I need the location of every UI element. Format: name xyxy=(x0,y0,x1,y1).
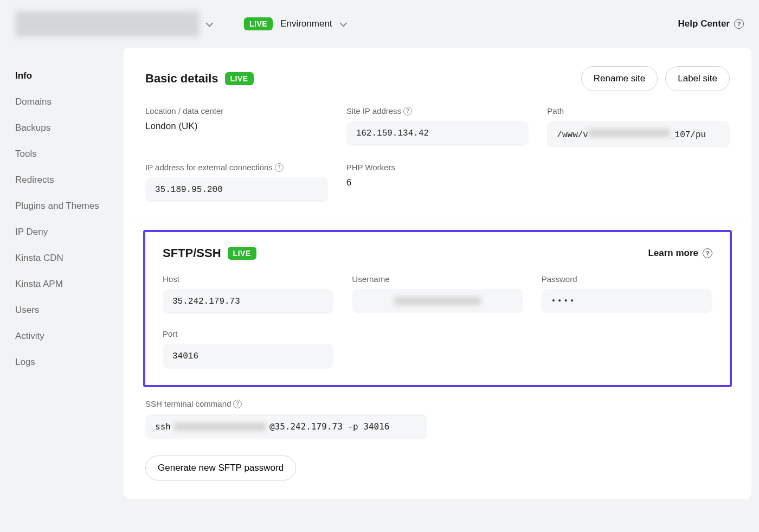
help-center-link[interactable]: Help Center ? xyxy=(678,18,744,29)
live-badge: LIVE xyxy=(244,17,273,30)
info-icon[interactable]: ? xyxy=(403,107,412,116)
host-value[interactable]: 35.242.179.73 xyxy=(163,289,333,314)
sftp-title: SFTP/SSH xyxy=(163,246,221,260)
sftp-highlight: SFTP/SSH LIVE Learn more ? Host 35.242.1… xyxy=(143,230,732,387)
username-value[interactable] xyxy=(352,289,523,313)
environment-selector[interactable]: LIVE Environment xyxy=(244,17,345,30)
external-ip-field: IP address for external connections ? 35… xyxy=(145,163,328,202)
path-label: Path xyxy=(547,106,730,116)
host-field: Host 35.242.179.73 xyxy=(163,274,333,314)
path-redacted xyxy=(588,129,670,137)
port-label: Port xyxy=(163,329,333,338)
chevron-down-icon xyxy=(205,20,213,27)
sidebar-item-info[interactable]: Info xyxy=(15,63,108,89)
chevron-down-icon xyxy=(339,20,347,27)
sidebar-item-tools[interactable]: Tools xyxy=(15,141,108,167)
sidebar-item-domains[interactable]: Domains xyxy=(15,89,108,115)
label-site-button[interactable]: Label site xyxy=(665,66,730,91)
help-icon: ? xyxy=(734,19,744,29)
sidebar-item-users[interactable]: Users xyxy=(15,297,108,323)
external-ip-label: IP address for external connections ? xyxy=(145,163,328,172)
sidebar-item-logs[interactable]: Logs xyxy=(15,349,108,375)
sidebar-item-redirects[interactable]: Redirects xyxy=(15,167,108,193)
sidebar-item-plugins-themes[interactable]: Plugins and Themes xyxy=(15,193,108,219)
basic-details-title: Basic details xyxy=(145,72,218,86)
info-icon[interactable]: ? xyxy=(275,163,284,172)
basic-details-panel: Basic details LIVE Rename site Label sit… xyxy=(124,48,751,221)
php-workers-label: PHP Workers xyxy=(346,163,529,172)
site-ip-value[interactable]: 162.159.134.42 xyxy=(346,121,529,146)
ssh-command-label: SSH terminal command ? xyxy=(145,399,730,408)
sidebar-item-ip-deny[interactable]: IP Deny xyxy=(15,219,108,245)
sidebar-item-kinsta-cdn[interactable]: Kinsta CDN xyxy=(15,245,108,271)
location-label: Location / data center xyxy=(145,106,328,116)
site-ip-label: Site IP address ? xyxy=(346,106,529,116)
learn-more-link[interactable]: Learn more ? xyxy=(648,248,712,259)
password-field: Password •••• xyxy=(542,274,712,314)
sidebar-item-kinsta-apm[interactable]: Kinsta APM xyxy=(15,271,108,297)
main-content: Basic details LIVE Rename site Label sit… xyxy=(124,48,751,499)
path-value[interactable]: /www/v_107/pu xyxy=(547,121,730,148)
ssh-user-redacted xyxy=(174,422,266,431)
username-redacted xyxy=(394,297,481,305)
live-badge: LIVE xyxy=(225,72,254,85)
generate-sftp-password-button[interactable]: Generate new SFTP password xyxy=(145,456,296,480)
info-icon[interactable]: ? xyxy=(233,400,242,408)
topbar: LIVE Environment Help Center ? xyxy=(0,0,759,48)
ssh-command-value[interactable]: ssh @35.242.179.73 -p 34016 xyxy=(145,414,427,439)
password-value[interactable]: •••• xyxy=(542,289,712,313)
site-name-redacted xyxy=(15,11,200,37)
site-selector[interactable] xyxy=(15,11,211,37)
sftp-ssh-panel: SFTP/SSH LIVE Learn more ? Host 35.242.1… xyxy=(124,221,751,499)
external-ip-value[interactable]: 35.189.95.200 xyxy=(145,177,328,202)
location-value: London (UK) xyxy=(145,121,328,132)
port-value[interactable]: 34016 xyxy=(163,344,333,369)
password-label: Password xyxy=(542,274,712,284)
php-workers-value: 6 xyxy=(346,177,529,188)
sidebar: Info Domains Backups Tools Redirects Plu… xyxy=(0,48,124,390)
port-field: Port 34016 xyxy=(163,329,333,369)
ssh-command-field: SSH terminal command ? ssh @35.242.179.7… xyxy=(145,399,730,439)
environment-label: Environment xyxy=(280,18,332,29)
help-center-label: Help Center xyxy=(678,18,730,29)
sidebar-item-backups[interactable]: Backups xyxy=(15,115,108,141)
site-ip-field: Site IP address ? 162.159.134.42 xyxy=(346,106,529,148)
path-field: Path /www/v_107/pu xyxy=(547,106,730,148)
php-workers-field: PHP Workers 6 xyxy=(346,163,529,202)
rename-site-button[interactable]: Rename site xyxy=(581,66,658,91)
host-label: Host xyxy=(163,274,333,284)
username-label: Username xyxy=(352,274,523,284)
sidebar-item-activity[interactable]: Activity xyxy=(15,323,108,349)
location-field: Location / data center London (UK) xyxy=(145,106,328,148)
username-field: Username xyxy=(352,274,523,314)
live-badge: LIVE xyxy=(228,247,256,260)
help-icon: ? xyxy=(703,248,712,258)
